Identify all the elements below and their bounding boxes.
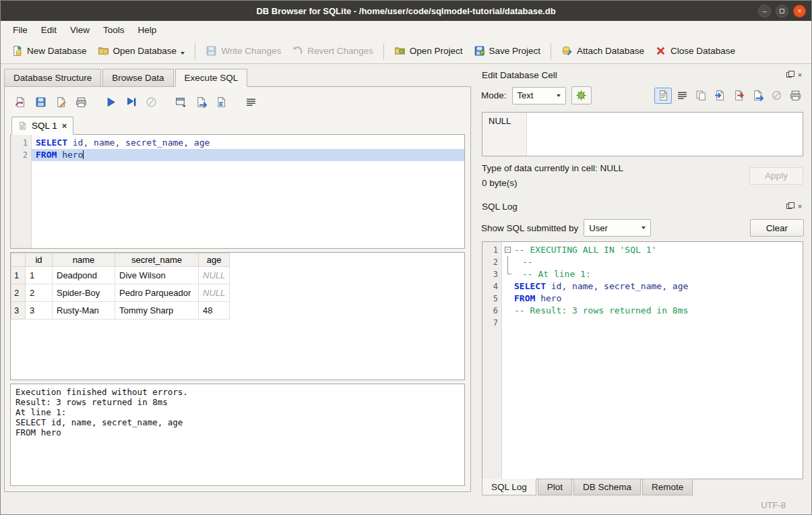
column-header-id[interactable]: id <box>26 253 53 267</box>
save-sql-file-button[interactable] <box>32 93 49 111</box>
word-wrap-button[interactable] <box>673 88 691 104</box>
close-tab-icon[interactable]: × <box>62 123 67 129</box>
close-database-button[interactable]: Close Database <box>650 42 741 60</box>
text-mode-button[interactable] <box>654 88 672 104</box>
sql-tab-bar: SQL 1 × <box>10 113 465 134</box>
tab-db-schema[interactable]: DB Schema <box>573 479 641 495</box>
editor-text-area[interactable]: SELECT id, name, secret_name, age FROM h… <box>32 135 464 248</box>
cell-id[interactable]: 1 <box>26 267 53 284</box>
close-button[interactable]: × <box>793 5 806 18</box>
cell-editor[interactable]: NULL <box>482 112 803 156</box>
open-project-button[interactable]: Open Project <box>389 42 468 60</box>
auto-switch-mode-button[interactable] <box>571 86 592 104</box>
maximize-button[interactable] <box>776 5 788 18</box>
export-results-button[interactable] <box>192 93 210 111</box>
new-database-button[interactable]: New Database <box>6 42 92 60</box>
edit-cell-toolbar: Mode: Text <box>477 86 808 104</box>
main-toolbar: New Database Open Database Write Changes… <box>1 38 811 64</box>
column-header-age[interactable]: age <box>199 253 230 267</box>
save-sql-file-as-button[interactable] <box>52 93 69 111</box>
execute-line-button[interactable] <box>122 93 139 111</box>
cell-edit-area[interactable] <box>527 113 803 156</box>
attach-database-icon <box>561 45 573 57</box>
copy-cell-button[interactable] <box>692 88 710 104</box>
log-line <box>502 317 803 329</box>
save-project-button[interactable]: Save Project <box>468 42 546 60</box>
write-changes-button[interactable]: Write Changes <box>200 42 286 60</box>
open-query-tab-button[interactable] <box>172 93 189 111</box>
clear-log-button[interactable]: Clear <box>750 219 804 237</box>
editor-line-current: FROM hero <box>32 149 464 161</box>
log-filter-combobox[interactable]: User <box>584 219 651 237</box>
set-null-button[interactable] <box>768 88 785 104</box>
execute-line-icon <box>125 96 137 108</box>
write-changes-icon <box>206 45 217 57</box>
menu-view[interactable]: View <box>63 23 96 37</box>
titlebar[interactable]: DB Browser for SQLite - /home/user/code/… <box>1 1 811 21</box>
fold-marker-icon[interactable]: - <box>505 247 511 253</box>
menu-edit[interactable]: Edit <box>34 23 63 37</box>
format-sql-button[interactable] <box>212 93 230 111</box>
log-line: -- Result: 3 rows returned in 8ms <box>502 305 803 317</box>
cell-secret-name[interactable]: Dive Wilson <box>115 267 199 284</box>
cell-type-info: Type of data currently in cell: NULL <box>482 163 749 173</box>
print-sql-button[interactable] <box>72 93 90 111</box>
set-null-icon <box>771 90 782 101</box>
row-number[interactable]: 1 <box>11 267 26 284</box>
attach-database-button[interactable]: Attach Database <box>556 42 650 60</box>
cell-name[interactable]: Spider-Boy <box>53 284 115 302</box>
cell-name[interactable]: Rusty-Man <box>53 302 115 320</box>
cell-id[interactable]: 3 <box>26 302 53 320</box>
open-database-button[interactable]: Open Database <box>92 42 191 60</box>
cell-age[interactable]: 48 <box>199 302 230 320</box>
open-database-dropdown-icon[interactable] <box>181 52 185 55</box>
tab-browse-data[interactable]: Browse Data <box>102 69 173 87</box>
menu-help[interactable]: Help <box>131 23 164 37</box>
sql-tab[interactable]: SQL 1 × <box>11 117 73 135</box>
revert-changes-button[interactable]: Revert Changes <box>286 42 379 60</box>
cell-age[interactable]: NULL <box>199 267 230 284</box>
word-wrap-button[interactable] <box>242 93 259 111</box>
corner-header[interactable] <box>11 253 26 267</box>
text-cursor <box>83 150 84 159</box>
new-database-icon <box>11 45 23 57</box>
close-dock-button[interactable]: × <box>794 202 805 211</box>
stop-execution-button[interactable] <box>142 93 160 111</box>
row-number[interactable]: 2 <box>11 284 26 302</box>
tab-plot[interactable]: Plot <box>538 479 572 495</box>
row-number[interactable]: 3 <box>11 302 26 320</box>
word-wrap-icon <box>245 96 257 108</box>
tab-execute-sql[interactable]: Execute SQL <box>175 69 248 87</box>
open-sql-file-button[interactable] <box>11 93 29 111</box>
print-cell-button[interactable] <box>786 88 804 104</box>
cell-secret-name[interactable]: Tommy Sharp <box>115 302 199 320</box>
tab-remote[interactable]: Remote <box>642 479 693 495</box>
menu-tools[interactable]: Tools <box>96 23 131 37</box>
menu-file[interactable]: File <box>6 23 34 37</box>
close-dock-button[interactable]: × <box>794 70 805 80</box>
export-cell-button[interactable] <box>730 88 747 104</box>
table-row: 3 3 Rusty-Man Tommy Sharp 48 <box>11 302 230 320</box>
cell-secret-name[interactable]: Pedro Parqueador <box>115 284 199 302</box>
cell-content: NULL <box>482 113 527 156</box>
fold-line-end <box>507 268 508 274</box>
apply-button[interactable]: Apply <box>749 167 803 185</box>
mode-combobox[interactable]: Text <box>512 87 566 104</box>
cell-name[interactable]: Deadpond <box>53 267 115 284</box>
import-cell-button[interactable] <box>711 88 728 104</box>
minimize-button[interactable]: – <box>758 5 771 18</box>
column-header-secret-name[interactable]: secret_name <box>115 253 199 267</box>
cell-id[interactable]: 2 <box>26 284 53 302</box>
sql-log-filter-row: Show SQL submitted by User Clear <box>477 219 808 237</box>
save-cell-button[interactable] <box>749 88 766 104</box>
main-area: Database Structure Browse Data Execute S… <box>1 64 811 495</box>
execute-all-button[interactable] <box>102 93 119 111</box>
revert-changes-icon <box>292 45 303 57</box>
tab-sql-log[interactable]: SQL Log <box>482 479 536 495</box>
float-dock-button[interactable] <box>784 202 794 211</box>
tab-database-structure[interactable]: Database Structure <box>4 69 101 87</box>
sql-editor[interactable]: 1 2 SELECT id, name, secret_name, age FR… <box>10 134 465 249</box>
float-dock-button[interactable] <box>784 70 794 80</box>
column-header-name[interactable]: name <box>53 253 115 267</box>
cell-age[interactable]: NULL <box>199 284 230 302</box>
